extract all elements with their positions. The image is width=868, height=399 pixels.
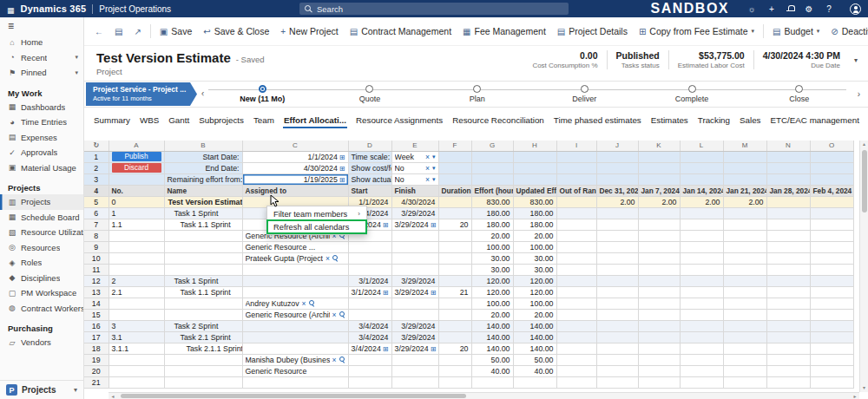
cell-K16[interactable]: [638, 320, 680, 331]
cell-L8[interactable]: [680, 230, 723, 241]
sidebar-item-schedule-board[interactable]: ▦Schedule Board: [0, 210, 83, 226]
cell-O16[interactable]: [810, 320, 853, 331]
cell-N12[interactable]: [766, 275, 810, 286]
cell-A13[interactable]: 2.1: [108, 286, 164, 298]
cell-O4[interactable]: Feb 4, 2024: [810, 185, 853, 196]
column-header-O[interactable]: O: [810, 141, 853, 151]
calendar-icon[interactable]: ⊞: [431, 345, 437, 353]
cell-G6[interactable]: 180.00: [471, 207, 513, 219]
person-icon[interactable]: [850, 3, 861, 15]
cell-M8[interactable]: [723, 230, 766, 241]
tab-gantt[interactable]: Gantt: [168, 111, 190, 129]
cell-H6[interactable]: 180.00: [513, 207, 556, 219]
cell-K8[interactable]: [638, 230, 680, 241]
column-header-H[interactable]: H: [513, 141, 556, 151]
cell-L11[interactable]: [680, 264, 723, 275]
cell-E20[interactable]: [391, 365, 438, 376]
cell-G13[interactable]: 120.00: [471, 286, 513, 298]
cell-F8[interactable]: [438, 230, 471, 241]
cell-M14[interactable]: [723, 298, 766, 309]
cell-K20[interactable]: [638, 365, 680, 376]
cell-G20[interactable]: 40.00: [471, 365, 513, 376]
bpf-stage-plan[interactable]: Plan: [424, 85, 531, 103]
cell-D21[interactable]: [348, 376, 391, 388]
column-header-F[interactable]: F: [438, 141, 471, 151]
cell-L19[interactable]: [680, 354, 723, 365]
sidebar-item-approvals[interactable]: ✓Approvals: [0, 145, 83, 160]
cell-I15[interactable]: [556, 309, 596, 320]
cell-H16[interactable]: 140.00: [513, 320, 556, 331]
cell-B16[interactable]: Task 2 Sprint: [164, 320, 242, 331]
cell-L18[interactable]: [680, 343, 723, 354]
popout-button[interactable]: ↗: [128, 23, 146, 40]
sidebar-item-home[interactable]: ⌂Home: [0, 35, 83, 50]
cell-D19[interactable]: [348, 354, 391, 365]
cell-E7[interactable]: 3/29/2024⊞: [391, 219, 438, 230]
chevron-down-icon[interactable]: [432, 154, 436, 160]
cell-L3[interactable]: [680, 173, 723, 185]
cell-J21[interactable]: [596, 376, 638, 388]
cell-E19[interactable]: [391, 354, 438, 365]
cell-A18[interactable]: 3.1.1: [108, 343, 164, 354]
cell-A9[interactable]: [108, 241, 164, 252]
cell-B10[interactable]: [164, 252, 242, 264]
row-header-7[interactable]: 7: [84, 219, 108, 230]
cell-E11[interactable]: [391, 264, 438, 275]
cell-E18[interactable]: 3/29/2024⊞: [391, 343, 438, 354]
tab-tracking[interactable]: Tracking: [697, 111, 731, 129]
tab-summary[interactable]: Summary: [93, 111, 131, 129]
cell-J1[interactable]: [596, 151, 638, 162]
cell-F7[interactable]: 20: [438, 219, 471, 230]
cell-B5[interactable]: Test Version Estimate: [164, 196, 242, 207]
cell-B13[interactable]: Task 1.1 Sprint: [164, 286, 242, 298]
cell-C12[interactable]: [242, 275, 348, 286]
cell-A11[interactable]: [108, 264, 164, 275]
scroll-up-icon[interactable]: [863, 141, 865, 148]
sidebar-item-projects[interactable]: ▥Projects: [0, 194, 83, 210]
cell-H5[interactable]: 830.00: [513, 196, 556, 207]
cell-N1[interactable]: [766, 151, 810, 162]
cell-M20[interactable]: [723, 365, 766, 376]
cell-I10[interactable]: [556, 252, 596, 264]
bpf-stage-complete[interactable]: Complete: [638, 85, 746, 103]
cell-A4[interactable]: No.: [108, 185, 164, 196]
cell-B2[interactable]: End Date:: [164, 162, 242, 173]
cell-K7[interactable]: [638, 219, 680, 230]
cell-H12[interactable]: 120.00: [513, 275, 556, 286]
cell-G8[interactable]: 20.00: [471, 230, 513, 241]
tab-time-phased-estimates[interactable]: Time phased estimates: [553, 111, 642, 129]
cell-F3[interactable]: [438, 173, 471, 185]
sidebar-item-time-entries[interactable]: ◕Time Entries: [0, 114, 83, 130]
clear-icon[interactable]: ×: [332, 356, 337, 364]
cell-K3[interactable]: [638, 173, 680, 185]
row-header-10[interactable]: 10: [84, 252, 108, 264]
cell-K6[interactable]: [638, 207, 680, 219]
cell-N4[interactable]: Jan 28, 2024: [766, 185, 810, 196]
bpf-stage-quote[interactable]: Quote: [316, 85, 424, 103]
cell-D18[interactable]: 3/4/2024⊞: [348, 343, 391, 354]
cell-N15[interactable]: [766, 309, 810, 320]
cell-F11[interactable]: [438, 264, 471, 275]
cell-G14[interactable]: 100.00: [471, 298, 513, 309]
bpf-stage-new-11-mo[interactable]: New (11 Mo): [208, 85, 316, 103]
cell-G15[interactable]: 20.00: [471, 309, 513, 320]
cell-J5[interactable]: 2.00: [596, 196, 638, 207]
vertical-scrollbar[interactable]: [859, 141, 868, 392]
cell-H7[interactable]: 180.00: [513, 219, 556, 230]
column-header-M[interactable]: M: [723, 141, 766, 151]
cell-B18[interactable]: Task 2.1.1 Sprint: [164, 343, 242, 354]
cell-N7[interactable]: [766, 219, 810, 230]
cell-N13[interactable]: [766, 286, 810, 298]
cell-L21[interactable]: [680, 376, 723, 388]
tab-resource-reconciliation[interactable]: Resource Reconciliation: [451, 111, 545, 129]
cell-A16[interactable]: 3: [108, 320, 164, 331]
cell-G1[interactable]: [471, 151, 513, 162]
cell-B4[interactable]: Name: [164, 185, 242, 196]
cell-G4[interactable]: Effort (hours): [471, 185, 513, 196]
cell-E17[interactable]: 3/29/2024: [391, 331, 438, 343]
cell-C13[interactable]: [242, 286, 348, 298]
cell-M10[interactable]: [723, 252, 766, 264]
cell-F5[interactable]: [438, 196, 471, 207]
cell-B19[interactable]: [164, 354, 242, 365]
cell-C14[interactable]: Andrey Kutuzov×: [242, 298, 348, 309]
